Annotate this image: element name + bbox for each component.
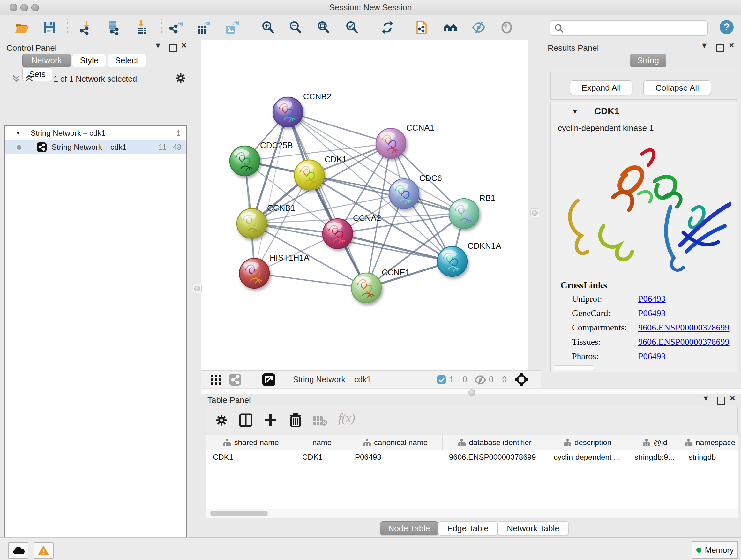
cloud-button[interactable]: [8, 543, 28, 559]
show-all-icon[interactable]: [499, 20, 514, 35]
table-panel-close-icon[interactable]: ×: [730, 394, 735, 402]
column-type-icon: [643, 439, 650, 446]
network-collection-row[interactable]: ▼ String Network – cdk1 1: [5, 126, 186, 140]
refresh-icon[interactable]: [380, 20, 395, 35]
import-network-database-icon[interactable]: [106, 20, 121, 35]
section-expander-icon[interactable]: ▼: [572, 108, 578, 115]
expand-collapse-bar: Expand All Collapse All: [550, 72, 737, 100]
table-hscrollbar-thumb[interactable]: [210, 510, 268, 516]
node-label: CCNB1: [267, 203, 295, 212]
column-header[interactable]: description: [547, 435, 628, 449]
warnings-button[interactable]: [33, 543, 54, 559]
tab-node-table[interactable]: Node Table: [380, 521, 438, 536]
search-input[interactable]: [567, 22, 702, 33]
tree-expander-icon[interactable]: ▼: [15, 126, 21, 140]
network-node-cdc25b[interactable]: CDC25B: [230, 140, 293, 176]
table-panel-float-icon[interactable]: [717, 396, 725, 405]
column-header[interactable]: shared name: [206, 435, 296, 449]
hide-selected-icon[interactable]: [471, 20, 486, 35]
table-panel-collapse-icon[interactable]: ▾: [704, 394, 708, 402]
open-session-icon[interactable]: [14, 20, 29, 35]
cell-canonical-name[interactable]: P06493: [348, 450, 443, 464]
tab-edge-table[interactable]: Edge Table: [438, 521, 497, 536]
zoom-fit-icon[interactable]: [316, 20, 331, 35]
birdseye-view-icon[interactable]: [262, 373, 275, 386]
cell-description[interactable]: cyclin-dependent ...: [547, 450, 628, 464]
first-neighbors-icon[interactable]: [443, 20, 458, 35]
import-network-file-icon[interactable]: [79, 20, 94, 35]
network-node-cdk1[interactable]: CDK1: [294, 154, 347, 190]
crosslink-value[interactable]: 9606.ENSP00000378699: [638, 322, 729, 332]
table-row[interactable]: CDK1 CDK1 P06493 9606.ENSP00000378699 cy…: [206, 450, 738, 464]
hidden-eye-slash-icon: [474, 375, 486, 385]
left-splitter-grip[interactable]: [193, 284, 202, 293]
network-row-label: String Network – cdk1: [52, 140, 127, 154]
network-edge[interactable]: [254, 273, 366, 288]
tab-network-table[interactable]: Network Table: [497, 521, 569, 536]
control-panel-close-icon[interactable]: ×: [181, 41, 186, 50]
share-network-icon[interactable]: [229, 374, 241, 386]
results-hscrollbar-thumb[interactable]: [553, 365, 596, 370]
crosslink-value[interactable]: P06493: [638, 351, 666, 361]
tab-string[interactable]: String: [630, 54, 666, 67]
network-node-ccnb1[interactable]: CCNB1: [237, 203, 295, 239]
export-table-icon[interactable]: [196, 20, 211, 35]
import-table-icon[interactable]: [134, 20, 149, 35]
crosslink-row: Compartments:9606.ENSP00000378699: [572, 322, 729, 337]
show-columns-icon[interactable]: [239, 413, 253, 427]
tab-network[interactable]: Network: [22, 54, 71, 67]
right-splitter-grip[interactable]: [530, 208, 539, 217]
main-toolbar: ?: [0, 15, 741, 40]
cell-shared-name[interactable]: CDK1: [206, 450, 296, 464]
network-edge[interactable]: [288, 112, 391, 143]
export-image-icon[interactable]: [224, 20, 239, 35]
selected-checkbox-icon[interactable]: [437, 375, 446, 384]
expand-all-button[interactable]: Expand All: [570, 80, 632, 95]
control-panel-collapse-icon[interactable]: ▾: [156, 41, 160, 50]
zoom-selected-icon[interactable]: [345, 20, 359, 35]
cell-id[interactable]: stringdb:9...: [628, 450, 682, 464]
network-from-selection-icon[interactable]: [414, 20, 429, 35]
network-edge[interactable]: [254, 112, 288, 273]
network-node-rb1[interactable]: RB1: [449, 193, 495, 229]
tab-select[interactable]: Select: [108, 54, 146, 67]
tab-style[interactable]: Style: [72, 54, 106, 67]
results-panel-close-icon[interactable]: ×: [729, 41, 734, 50]
column-header[interactable]: namespace: [682, 435, 738, 449]
crosslink-value[interactable]: P06493: [638, 294, 666, 304]
add-column-icon[interactable]: [264, 413, 278, 427]
help-icon[interactable]: ?: [719, 19, 734, 35]
crosslink-value[interactable]: 9606.ENSP00000378699: [638, 337, 729, 347]
network-node-hist1h1a[interactable]: HIST1H1A: [239, 253, 310, 288]
column-header[interactable]: name: [296, 435, 348, 449]
crosslink-value[interactable]: P06493: [638, 308, 666, 318]
network-node-ccna1[interactable]: CCNA1: [376, 123, 434, 159]
save-session-icon[interactable]: [42, 20, 57, 35]
column-header[interactable]: canonical name: [348, 435, 443, 449]
table-options-gear-icon[interactable]: [215, 414, 228, 427]
memory-button[interactable]: Memory: [691, 542, 738, 559]
column-header[interactable]: database identifier: [443, 435, 547, 449]
control-panel-float-icon[interactable]: [169, 44, 178, 52]
network-node-cdkn1a[interactable]: CDKN1A: [437, 241, 501, 276]
results-panel-float-icon[interactable]: [716, 44, 724, 52]
results-panel-collapse-icon[interactable]: ▾: [702, 41, 706, 50]
export-network-icon[interactable]: [169, 20, 184, 35]
cell-database-identifier[interactable]: 9606.ENSP00000378699: [443, 450, 547, 464]
cell-name[interactable]: CDK1: [296, 450, 348, 464]
zoom-in-icon[interactable]: [261, 20, 275, 35]
title-bar: Session: New Session: [0, 0, 741, 15]
network-graph[interactable]: CCNB2CCNA1CDC25BCDK1CDC6RB1CCNB1CCNA2CDK…: [201, 40, 529, 370]
search-field[interactable]: [549, 20, 708, 36]
table-hscrollbar[interactable]: [206, 509, 738, 518]
collapse-all-button[interactable]: Collapse All: [643, 80, 711, 95]
delete-column-icon[interactable]: [288, 413, 302, 427]
pan-crosshair-icon[interactable]: [515, 373, 529, 387]
zoom-out-icon[interactable]: [288, 20, 303, 35]
column-header[interactable]: @id: [628, 435, 682, 449]
network-row-selected[interactable]: String Network – cdk1 11 48: [5, 140, 186, 154]
grid-layout-icon[interactable]: [211, 374, 221, 385]
cell-namespace[interactable]: stringdb: [682, 450, 738, 464]
network-view-canvas[interactable]: CCNB2CCNA1CDC25BCDK1CDC6RB1CCNB1CCNA2CDK…: [201, 40, 529, 370]
network-options-gear-icon[interactable]: [175, 72, 186, 84]
